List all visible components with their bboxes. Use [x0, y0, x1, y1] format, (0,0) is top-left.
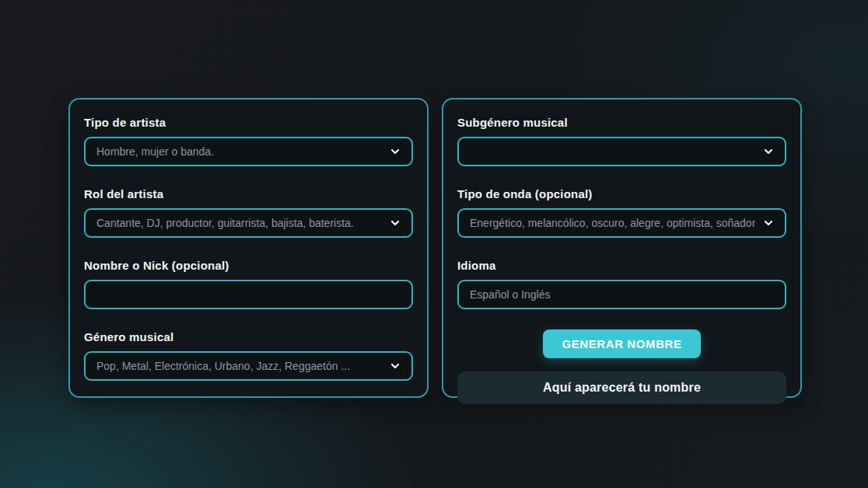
chevron-down-icon — [388, 359, 402, 373]
form-cards-row: Tipo de artista Hombre, mujer o banda. R… — [68, 98, 802, 398]
generate-name-button[interactable]: GENERAR NOMBRE — [543, 329, 700, 358]
genero-musical-select[interactable]: Pop, Metal, Electrónica, Urbano, Jazz, R… — [84, 351, 413, 381]
field-genero-musical: Género musical Pop, Metal, Electrónica, … — [84, 329, 413, 381]
genero-musical-label: Género musical — [84, 329, 413, 344]
generated-name-placeholder-text: Aquí aparecerá tu nombre — [543, 381, 701, 395]
rol-del-artista-placeholder: Cantante, DJ, productor, guitarrista, ba… — [96, 217, 382, 229]
tipo-de-artista-placeholder: Hombre, mujer o banda. — [96, 145, 382, 158]
rol-del-artista-select[interactable]: Cantante, DJ, productor, guitarrista, ba… — [84, 208, 413, 238]
nombre-o-nick-label: Nombre o Nick (opcional) — [84, 258, 413, 273]
field-nombre-o-nick: Nombre o Nick (opcional) — [84, 258, 413, 309]
page-background: Tipo de artista Hombre, mujer o banda. R… — [0, 0, 868, 488]
genero-musical-placeholder: Pop, Metal, Electrónica, Urbano, Jazz, R… — [96, 360, 382, 372]
rol-del-artista-label: Rol del artista — [84, 186, 413, 201]
chevron-down-icon — [388, 216, 402, 230]
idioma-label: Idioma — [457, 258, 786, 273]
generator-options-card: Subgénero musical Tipo de onda (opcional… — [442, 98, 802, 398]
generated-name-result: Aquí aparecerá tu nombre — [457, 371, 786, 404]
chevron-down-icon — [761, 216, 775, 230]
nombre-o-nick-input[interactable] — [84, 280, 413, 309]
field-rol-del-artista: Rol del artista Cantante, DJ, productor,… — [84, 186, 413, 238]
tipo-de-artista-label: Tipo de artista — [84, 115, 413, 130]
field-tipo-de-artista: Tipo de artista Hombre, mujer o banda. — [84, 115, 413, 166]
subgenero-musical-label: Subgénero musical — [457, 115, 786, 130]
field-idioma: Idioma — [457, 258, 786, 309]
field-subgenero-musical: Subgénero musical — [457, 115, 786, 166]
tipo-de-onda-placeholder: Energético, melancólico, oscuro, alegre,… — [470, 217, 755, 229]
chevron-down-icon — [761, 145, 775, 159]
tipo-de-artista-select[interactable]: Hombre, mujer o banda. — [84, 137, 413, 166]
tipo-de-onda-select[interactable]: Energético, melancólico, oscuro, alegre,… — [457, 208, 786, 238]
subgenero-musical-select[interactable] — [457, 137, 786, 166]
idioma-input[interactable] — [457, 280, 786, 309]
field-tipo-de-onda: Tipo de onda (opcional) Energético, mela… — [457, 186, 786, 238]
tipo-de-onda-label: Tipo de onda (opcional) — [457, 186, 786, 201]
chevron-down-icon — [388, 145, 402, 159]
artist-details-card: Tipo de artista Hombre, mujer o banda. R… — [68, 98, 429, 398]
